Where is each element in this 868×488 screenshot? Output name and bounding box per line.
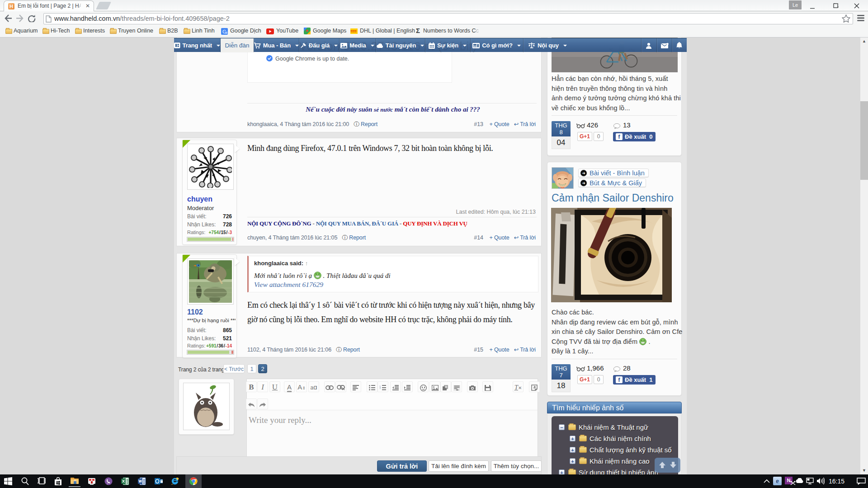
- svg-text:2: 2: [380, 387, 381, 389]
